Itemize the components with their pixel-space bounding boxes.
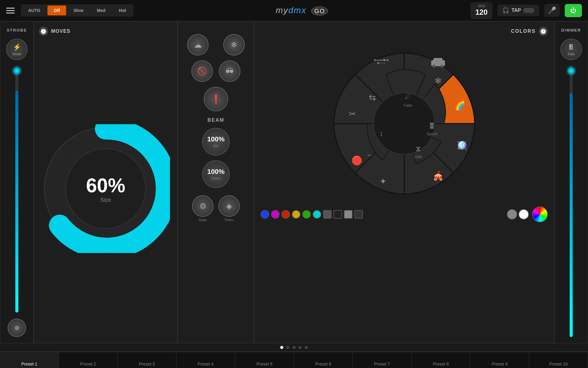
svg-text:🪩: 🪩 [457,140,467,150]
preset-2[interactable]: Preset 2 [59,352,118,368]
svg-text:✦: ✦ [379,177,386,186]
page-dot-4[interactable] [299,346,302,349]
preset-8[interactable]: Preset 8 [412,352,470,368]
swatch-magenta[interactable] [271,210,280,219]
mic-icon[interactable]: 🎤 [544,4,560,17]
dimmer-slider[interactable] [558,66,585,337]
app-logo: mydmx GO [276,6,328,15]
prism-button[interactable]: ◈ [218,195,240,217]
cloud-icon: ☁ [194,40,202,50]
svg-text:🌈: 🌈 [453,99,466,111]
dimmer-icon: 🎚 [568,43,575,51]
svg-text:✂: ✂ [349,109,356,119]
moves-content: 60% Size [34,22,177,343]
glasses-icon: 🕶 [226,67,234,76]
mode-slow[interactable]: Slow [67,6,90,15]
svg-point-4 [374,93,435,154]
svg-point-25 [380,62,382,64]
mode-off[interactable]: Off [47,6,66,15]
zoom-value: 100% [207,168,224,176]
svg-text:Shift: Shift [414,155,422,159]
hamburger-menu[interactable] [6,8,15,13]
beam-snowflake-button[interactable]: ❄ [223,34,245,56]
svg-marker-22 [387,59,389,61]
swatch-dark[interactable] [323,210,332,219]
zoom-button[interactable]: 100% Zoom [202,160,230,188]
swatch-red[interactable] [281,210,290,219]
beam-panel: ☁ ❄ 🚫 🕶 ❗ BEAM 100% Iris 100% [178,21,254,343]
swatch-gray2[interactable] [507,209,517,220]
preset-7[interactable]: Preset 7 [353,352,412,368]
preset-1[interactable]: Preset 1 [0,352,59,368]
svg-rect-29 [433,58,443,63]
tap-button[interactable]: 🎧 TAP [497,5,539,16]
strobe-slider-fill [15,91,18,312]
swatch-darkgray[interactable] [354,210,363,219]
svg-text:Speed: Speed [427,132,437,136]
colors-body: ⇆ ❄ 🌈 🪩 🎪 ✦ 🛑 ✂ ↔ [254,41,554,343]
swatch-white[interactable] [518,209,529,220]
mode-med[interactable]: Med [91,6,111,15]
colors-title: COLORS [511,29,536,34]
top-left-controls: AUTO Off Slow Med Hot [6,4,134,17]
svg-text:↔: ↔ [366,151,373,159]
dimmer-button[interactable]: 🎚 Subs [560,39,582,60]
swatch-black[interactable] [334,210,342,219]
strobe-slider-thumb[interactable] [13,67,20,74]
iris-button[interactable]: 100% Iris [202,128,230,155]
mono-swatches [507,206,548,222]
page-dot-5[interactable] [305,346,308,349]
strobe-nav-button[interactable]: ⊕ [8,319,26,337]
beam-icons-top: ☁ ❄ [187,34,245,56]
tap-label: TAP [511,8,521,13]
svg-point-31 [440,65,443,68]
page-dot-1[interactable] [280,346,283,349]
dimmer-slider-thumb[interactable] [568,67,575,74]
page-dot-2[interactable] [286,346,289,349]
mode-auto[interactable]: AUTO [22,6,46,15]
swatch-gray[interactable] [344,210,352,219]
bpm-value: 120 [475,8,488,17]
beam-glasses-button[interactable]: 🕶 [219,60,240,82]
color-radial-menu[interactable]: ⇆ ❄ 🌈 🪩 🎪 ✦ 🛑 ✂ ↔ [322,41,487,206]
preset-10[interactable]: Preset 10 [529,352,588,368]
bpm-label: BPM [475,5,488,8]
page-dot-3[interactable] [292,346,296,349]
colors-clock-icon[interactable]: 🕐 [539,27,548,36]
swatch-blue[interactable] [261,210,269,219]
bpm-display: BPM 120 [470,2,492,19]
color-wheel-picker[interactable] [532,206,548,222]
headphone-icon: 🎧 [502,7,509,14]
tap-toggle[interactable] [523,8,534,13]
dimmer-title: DIMMER [561,28,581,33]
preset-3[interactable]: Preset 3 [118,352,176,368]
gobo-button[interactable]: ⚙ [192,195,213,217]
svg-text:🛑: 🛑 [352,155,362,166]
top-bar: AUTO Off Slow Med Hot mydmx GO BPM 120 🎧… [0,0,588,21]
prism-icon: ◈ [226,201,232,211]
car-icon [430,56,447,68]
swatch-yellow[interactable] [292,210,300,219]
preset-4[interactable]: Preset 4 [176,352,235,368]
power-button[interactable]: ⏻ [565,4,582,17]
preset-5[interactable]: Preset 5 [235,352,294,368]
circle-swatches [507,209,529,220]
strobe-slider[interactable] [3,66,30,312]
swatch-cyan[interactable] [313,210,321,219]
swatch-green[interactable] [302,210,311,219]
seg-car[interactable] [426,49,450,74]
strobe-slider-track [15,66,18,312]
dial-wrapper[interactable]: 60% Size [41,124,170,253]
beam-alert-button[interactable]: ❗ [204,87,228,111]
seg-arrows1[interactable] [369,49,394,74]
svg-text:Fade: Fade [404,103,412,108]
dimmer-slider-track [570,66,573,337]
preset-6[interactable]: Preset 6 [294,352,353,368]
mode-hot[interactable]: Hot [113,6,132,15]
preset-9[interactable]: Preset 9 [470,352,529,368]
block-icon: 🚫 [197,67,207,76]
arrows1-icon [374,57,389,66]
strobe-button[interactable]: ⚡ Strobe [6,39,28,60]
beam-cloud-button[interactable]: ☁ [187,34,209,56]
beam-block-button[interactable]: 🚫 [191,60,213,82]
